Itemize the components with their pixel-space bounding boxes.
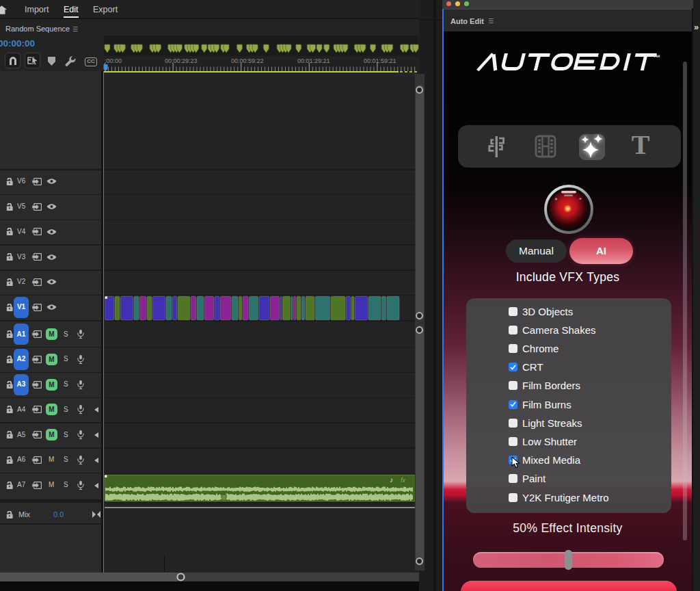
svg-text:™: ™ <box>653 53 660 62</box>
svg-text:fx: fx <box>401 477 406 484</box>
svg-text:♪: ♪ <box>390 476 393 484</box>
